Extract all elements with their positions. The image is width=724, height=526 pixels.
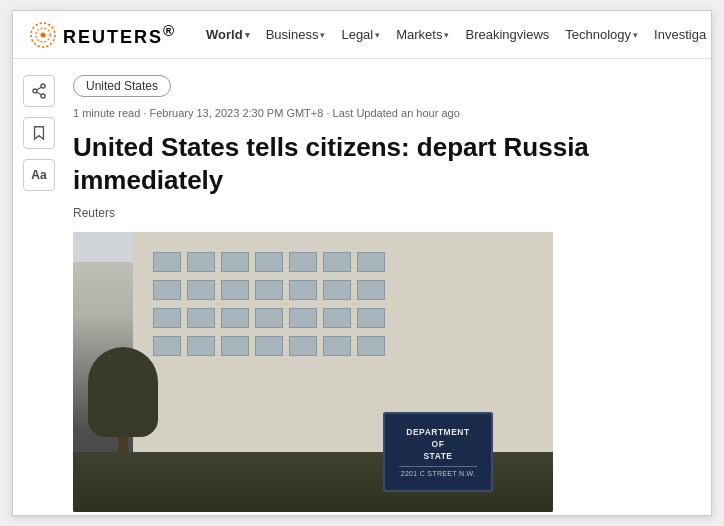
nav-investiga[interactable]: Investiga	[648, 23, 712, 46]
article: United States 1 minute read · February 1…	[65, 59, 711, 515]
window	[357, 252, 385, 272]
world-chevron-icon: ▾	[245, 30, 250, 40]
window-row-4	[143, 336, 553, 356]
nav-items: World ▾ Business ▾ Legal ▾ Markets ▾ Bre…	[200, 23, 712, 46]
tree	[83, 347, 163, 457]
article-title: United States tells citizens: depart Rus…	[73, 131, 691, 196]
window-row-2	[143, 280, 553, 300]
window	[323, 308, 351, 328]
window	[187, 252, 215, 272]
logo-text: REUTERS®	[63, 22, 176, 48]
tree-canopy	[88, 347, 158, 437]
font-size-button[interactable]: Aa	[23, 159, 55, 191]
navigation-bar: REUTERS® World ▾ Business ▾ Legal ▾ Mark…	[13, 11, 711, 59]
window	[289, 280, 317, 300]
window	[187, 308, 215, 328]
svg-point-4	[41, 94, 45, 98]
tech-chevron-icon: ▾	[633, 30, 638, 40]
window-row-3	[143, 308, 553, 328]
window	[289, 308, 317, 328]
legal-chevron-icon: ▾	[375, 30, 380, 40]
bookmark-icon	[32, 125, 46, 141]
category-tag[interactable]: United States	[73, 75, 171, 97]
nav-breakingviews[interactable]: Breakingviews	[459, 23, 555, 46]
state-dept-sign: DEPARTMENT OF STATE 2201 C STREET N.W.	[383, 412, 493, 492]
nav-business[interactable]: Business ▾	[260, 23, 332, 46]
window	[255, 252, 283, 272]
window	[153, 252, 181, 272]
window	[255, 308, 283, 328]
article-byline: Reuters	[73, 206, 691, 220]
window	[255, 280, 283, 300]
svg-line-6	[37, 87, 41, 90]
window	[153, 280, 181, 300]
window	[221, 280, 249, 300]
logo-sup: ®	[163, 22, 176, 39]
window	[187, 336, 215, 356]
nav-markets[interactable]: Markets ▾	[390, 23, 455, 46]
window	[289, 252, 317, 272]
article-meta: 1 minute read · February 13, 2023 2:30 P…	[73, 107, 691, 119]
window	[357, 280, 385, 300]
state-dept-photo: DEPARTMENT OF STATE 2201 C STREET N.W.	[73, 232, 553, 512]
content-area: Aa United States 1 minute read · Februar…	[13, 59, 711, 515]
window	[323, 252, 351, 272]
logo-circle-icon	[29, 21, 57, 49]
window-row-1	[143, 252, 553, 272]
share-icon	[31, 83, 47, 99]
font-size-icon: Aa	[31, 168, 46, 182]
browser-frame: REUTERS® World ▾ Business ▾ Legal ▾ Mark…	[12, 10, 712, 516]
window	[187, 280, 215, 300]
sign-line3: STATE	[423, 451, 452, 463]
window	[221, 336, 249, 356]
window	[323, 336, 351, 356]
sign-divider	[399, 466, 477, 467]
sidebar-tools: Aa	[13, 59, 65, 515]
nav-legal[interactable]: Legal ▾	[335, 23, 386, 46]
window	[255, 336, 283, 356]
window	[289, 336, 317, 356]
svg-point-3	[41, 84, 45, 88]
window	[357, 308, 385, 328]
reuters-logo[interactable]: REUTERS®	[29, 21, 176, 49]
nav-technology[interactable]: Technology ▾	[559, 23, 644, 46]
svg-point-2	[41, 32, 46, 37]
bookmark-button[interactable]	[23, 117, 55, 149]
sign-address: 2201 C STREET N.W.	[401, 470, 476, 477]
sign-line2: OF	[432, 439, 445, 451]
sign-line1: DEPARTMENT	[406, 427, 469, 439]
nav-world[interactable]: World ▾	[200, 23, 256, 46]
share-button[interactable]	[23, 75, 55, 107]
svg-line-7	[37, 92, 41, 95]
window	[153, 308, 181, 328]
window	[357, 336, 385, 356]
article-image: DEPARTMENT OF STATE 2201 C STREET N.W.	[73, 232, 553, 512]
svg-point-5	[33, 89, 37, 93]
window	[323, 280, 351, 300]
window	[221, 308, 249, 328]
markets-chevron-icon: ▾	[444, 30, 449, 40]
window	[221, 252, 249, 272]
business-chevron-icon: ▾	[320, 30, 325, 40]
